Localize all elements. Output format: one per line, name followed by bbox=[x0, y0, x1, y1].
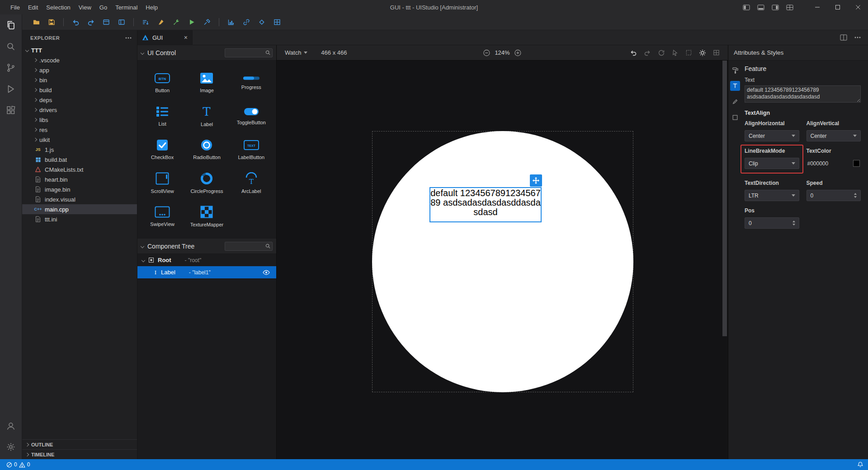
chart-icon[interactable] bbox=[224, 16, 238, 28]
tree-file-imagebin[interactable]: image.bin bbox=[22, 184, 137, 194]
speed-input[interactable]: 0 bbox=[807, 190, 861, 201]
color-swatch[interactable] bbox=[853, 160, 860, 167]
tree-file-heartbin[interactable]: heart.bin bbox=[22, 174, 137, 184]
tree-folder-build[interactable]: build bbox=[22, 85, 137, 95]
palette-item-togglebutton[interactable]: ToggleButton bbox=[229, 99, 274, 133]
editor-more-actions-icon[interactable] bbox=[854, 37, 861, 38]
align-horizontal-select[interactable]: Center bbox=[745, 130, 799, 141]
menu-edit[interactable]: Edit bbox=[24, 2, 42, 13]
tree-node-root[interactable]: Root - "root" bbox=[137, 254, 276, 266]
source-control-activity-icon[interactable] bbox=[2, 59, 19, 76]
run-debug-activity-icon[interactable] bbox=[2, 80, 19, 98]
menu-view[interactable]: View bbox=[75, 2, 95, 13]
menu-terminal[interactable]: Terminal bbox=[111, 2, 142, 13]
palette-item-swipeview[interactable]: SwipeView bbox=[140, 200, 184, 233]
toggle-panel-icon[interactable] bbox=[757, 5, 764, 10]
watch-dropdown[interactable]: Watch bbox=[285, 49, 307, 56]
tree-folder-uikit[interactable]: uikit bbox=[22, 135, 137, 145]
tree-node-label1[interactable]: I Label - "label1" bbox=[137, 266, 276, 278]
split-panel-icon[interactable] bbox=[99, 16, 113, 28]
menu-help[interactable]: Help bbox=[142, 2, 162, 13]
tab-close-icon[interactable]: × bbox=[184, 34, 188, 41]
canvas-vertical-scrollbar[interactable] bbox=[722, 61, 727, 336]
pos-input[interactable]: 0 bbox=[745, 217, 799, 229]
box-icon[interactable] bbox=[730, 113, 740, 122]
sort-icon[interactable] bbox=[139, 16, 152, 28]
link-icon[interactable] bbox=[240, 16, 253, 28]
tree-file-indexvisual[interactable]: index.visual bbox=[22, 194, 137, 204]
tree-file-buildbat[interactable]: build.bat bbox=[22, 155, 137, 164]
zoom-out-icon[interactable] bbox=[483, 49, 490, 56]
tree-file-1js[interactable]: JS1.js bbox=[22, 145, 137, 155]
search-activity-icon[interactable] bbox=[2, 38, 19, 55]
build-icon[interactable] bbox=[200, 16, 214, 28]
tree-file-maincpp[interactable]: C++main.cpp bbox=[22, 204, 137, 214]
ui-control-search[interactable] bbox=[225, 48, 273, 57]
palette-item-circleprogress[interactable]: CircleProgress bbox=[184, 166, 229, 200]
palette-item-image[interactable]: Image bbox=[184, 66, 229, 99]
palette-item-list[interactable]: List bbox=[140, 99, 184, 133]
theme-light-icon[interactable] bbox=[699, 49, 706, 56]
explorer-more-actions-icon[interactable] bbox=[125, 37, 132, 39]
canvas-undo-icon[interactable] bbox=[630, 49, 637, 56]
menu-file[interactable]: File bbox=[6, 2, 24, 13]
tab-gui[interactable]: GUI × bbox=[137, 30, 193, 45]
frame-icon[interactable] bbox=[685, 49, 692, 56]
chevron-down-icon[interactable] bbox=[141, 51, 144, 54]
tree-folder-drivers[interactable]: drivers bbox=[22, 105, 137, 115]
visibility-eye-icon[interactable] bbox=[263, 270, 276, 275]
tree-folder-app[interactable]: app bbox=[22, 65, 137, 75]
root-circle-screen[interactable] bbox=[372, 131, 633, 392]
style-roller-icon[interactable] bbox=[730, 65, 740, 75]
canvas-redo-icon[interactable] bbox=[644, 49, 651, 56]
palette-item-label[interactable]: TLabel bbox=[184, 99, 229, 133]
tree-file-tttini[interactable]: ttt.ini bbox=[22, 214, 137, 224]
notifications-bell-icon[interactable] bbox=[857, 461, 863, 468]
undo-icon[interactable] bbox=[69, 16, 82, 28]
align-vertical-select[interactable]: Center bbox=[807, 130, 861, 141]
tree-root-ttt[interactable]: TTT bbox=[22, 45, 137, 55]
pointer-icon[interactable] bbox=[672, 49, 679, 56]
customize-layout-icon[interactable] bbox=[786, 5, 793, 10]
diamond-icon[interactable] bbox=[255, 16, 269, 28]
spinner-icon[interactable] bbox=[854, 193, 857, 198]
palette-item-checkbox[interactable]: CheckBox bbox=[140, 133, 184, 166]
menu-selection[interactable]: Selection bbox=[42, 2, 74, 13]
timeline-section[interactable]: TIMELINE bbox=[22, 449, 137, 459]
chevron-down-icon[interactable] bbox=[141, 244, 144, 248]
spinner-icon[interactable] bbox=[793, 221, 795, 226]
settings-gear-icon[interactable] bbox=[2, 438, 19, 456]
close-button[interactable] bbox=[848, 0, 868, 14]
tree-folder-libs[interactable]: libs bbox=[22, 115, 137, 125]
explorer-activity-icon[interactable] bbox=[2, 17, 19, 34]
toggle-sidebar-icon[interactable] bbox=[743, 5, 750, 10]
tree-folder-vscode[interactable]: .vscode bbox=[22, 55, 137, 65]
minimize-button[interactable] bbox=[807, 0, 827, 14]
palette-item-labelbutton[interactable]: TEXTLabelButton bbox=[229, 133, 274, 166]
split-editor-icon[interactable] bbox=[840, 34, 847, 41]
problems-indicator[interactable]: 0 0 bbox=[5, 461, 32, 468]
wrench-icon[interactable] bbox=[170, 16, 183, 28]
move-handle-icon[interactable] bbox=[530, 174, 542, 187]
outline-section[interactable]: OUTLINE bbox=[22, 439, 137, 449]
canvas-label-element[interactable]: default 123456789123456789 asdsadasdasda… bbox=[429, 187, 542, 222]
zoom-in-icon[interactable] bbox=[514, 49, 522, 56]
extensions-activity-icon[interactable] bbox=[2, 102, 19, 119]
open-folder-icon[interactable] bbox=[29, 16, 43, 28]
tree-folder-res[interactable]: res bbox=[22, 125, 137, 135]
ui-control-search-input[interactable] bbox=[225, 50, 265, 56]
text-feature-icon[interactable] bbox=[730, 81, 740, 91]
component-tree-search-input[interactable] bbox=[225, 244, 265, 249]
account-icon[interactable] bbox=[2, 418, 19, 435]
run-icon[interactable] bbox=[185, 16, 198, 28]
design-canvas[interactable]: default 123456789123456789 asdsadasdasda… bbox=[277, 61, 728, 459]
redo-icon[interactable] bbox=[84, 16, 98, 28]
pen-icon[interactable] bbox=[730, 97, 740, 107]
maximize-button[interactable] bbox=[827, 0, 848, 14]
palette-item-progress[interactable]: Progress bbox=[229, 66, 274, 99]
linebreakmode-select[interactable]: Clip bbox=[745, 158, 799, 169]
save-icon[interactable] bbox=[45, 16, 58, 28]
toggle-secondary-sidebar-icon[interactable] bbox=[772, 5, 779, 10]
tree-folder-bin[interactable]: bin bbox=[22, 75, 137, 85]
palette-item-button[interactable]: BTNButton bbox=[140, 66, 184, 99]
